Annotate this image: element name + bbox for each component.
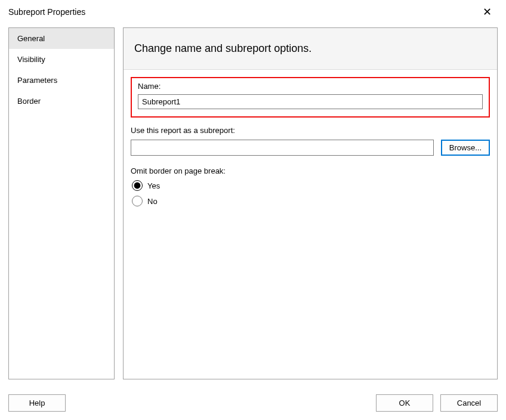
footer-right: OK Cancel (376, 394, 498, 412)
titlebar: Subreport Properties ✕ (0, 0, 506, 23)
content-heading: Change name and subreport options. (124, 28, 497, 70)
radio-yes[interactable] (132, 180, 143, 191)
main-area: General Visibility Parameters Border Cha… (0, 23, 506, 379)
use-subreport-row: Browse... (131, 140, 490, 156)
sidebar-item-visibility[interactable]: Visibility (9, 49, 114, 70)
cancel-button[interactable]: Cancel (440, 394, 498, 412)
radio-no[interactable] (132, 196, 143, 206)
omit-border-label: Omit border on page break: (131, 166, 490, 175)
ok-button[interactable]: OK (376, 394, 433, 412)
use-subreport-label: Use this report as a subreport: (131, 126, 490, 135)
dialog-title: Subreport Properties (8, 7, 85, 17)
radio-yes-label: Yes (147, 181, 160, 190)
name-label: Name: (138, 82, 483, 91)
sidebar: General Visibility Parameters Border (8, 27, 115, 379)
radio-yes-row[interactable]: Yes (131, 180, 490, 191)
name-input[interactable] (138, 94, 483, 109)
content-body: Name: Use this report as a subreport: Br… (124, 70, 497, 218)
sidebar-item-border[interactable]: Border (9, 91, 114, 112)
help-button[interactable]: Help (8, 394, 66, 412)
footer: Help OK Cancel (8, 394, 498, 412)
radio-no-row[interactable]: No (131, 196, 490, 206)
content-panel: Change name and subreport options. Name:… (123, 27, 498, 379)
name-highlight-box: Name: (131, 77, 490, 118)
browse-button[interactable]: Browse... (441, 140, 490, 156)
sidebar-item-general[interactable]: General (9, 28, 114, 49)
close-icon[interactable]: ✕ (477, 4, 498, 20)
radio-no-label: No (147, 197, 158, 206)
use-subreport-input[interactable] (131, 140, 434, 156)
sidebar-item-parameters[interactable]: Parameters (9, 70, 114, 91)
